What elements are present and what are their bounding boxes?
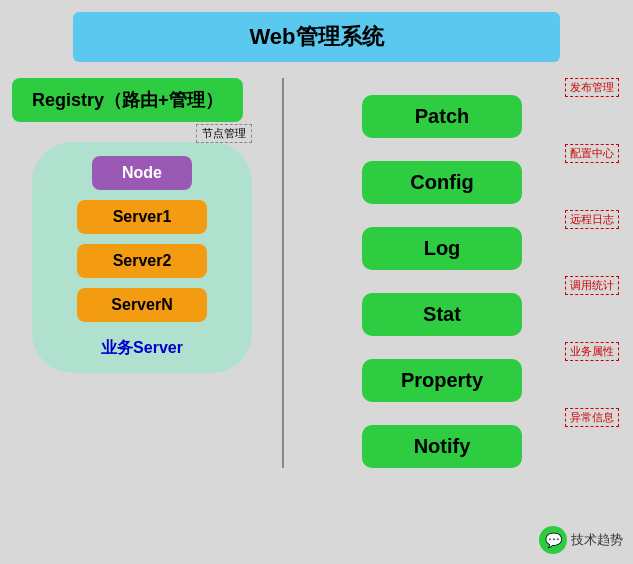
right-item-stat: 调用统计 Stat: [362, 276, 621, 336]
right-item-log: 远程日志 Log: [362, 210, 621, 270]
right-item-notify: 异常信息 Notify: [362, 408, 621, 468]
stat-label: Stat: [423, 303, 461, 325]
server2-box: Server2: [77, 244, 207, 278]
property-label: Property: [401, 369, 483, 391]
page-title: Web管理系统: [249, 24, 383, 49]
server2-label: Server2: [113, 252, 172, 269]
content-area: Registry（路由+管理） 应 用 节 点 节点管理: [12, 78, 621, 468]
right-box-config: Config: [362, 161, 522, 204]
right-item-property: 业务属性 Property: [362, 342, 621, 402]
patch-label: Patch: [415, 105, 469, 127]
notify-label: Notify: [414, 435, 471, 457]
right-box-notify: Notify: [362, 425, 522, 468]
right-box-log: Log: [362, 227, 522, 270]
node-label: Node: [122, 164, 162, 181]
servern-box: ServerN: [77, 288, 207, 322]
config-label: Config: [410, 171, 473, 193]
node-box: Node: [92, 156, 192, 190]
registry-label: Registry（路由+管理）: [32, 90, 223, 110]
left-panel: Registry（路由+管理） 应 用 节 点 节点管理: [12, 78, 332, 468]
title-bar: Web管理系统: [73, 12, 560, 62]
main-container: Web管理系统 Registry（路由+管理） 应 用 节 点: [0, 0, 633, 564]
right-panel: 发布管理 Patch 配置中心 Config 远程日志 Log 调用统计: [352, 78, 621, 468]
right-tag-notify: 异常信息: [565, 408, 619, 427]
registry-box: Registry（路由+管理）: [12, 78, 243, 122]
watermark-icon: 💬: [539, 526, 567, 554]
right-tag-stat: 调用统计: [565, 276, 619, 295]
node-area-wrapper: 应 用 节 点 节点管理 Node: [12, 142, 332, 373]
right-box-stat: Stat: [362, 293, 522, 336]
log-label: Log: [424, 237, 461, 259]
watermark-text: 技术趋势: [571, 531, 623, 549]
right-box-property: Property: [362, 359, 522, 402]
watermark: 💬 技术趋势: [539, 526, 623, 554]
right-box-patch: Patch: [362, 95, 522, 138]
biz-server-label: 业务Server: [101, 338, 183, 359]
right-tag-property: 业务属性: [565, 342, 619, 361]
right-item-config: 配置中心 Config: [362, 144, 621, 204]
server1-box: Server1: [77, 200, 207, 234]
right-tag-log: 远程日志: [565, 210, 619, 229]
server1-label: Server1: [113, 208, 172, 225]
servern-label: ServerN: [111, 296, 172, 313]
node-mgmt-tag: 节点管理: [196, 124, 252, 143]
right-tag-patch: 发布管理: [565, 78, 619, 97]
right-tag-config: 配置中心: [565, 144, 619, 163]
node-container: 节点管理 Node Server1 Server2: [32, 142, 252, 373]
right-item-patch: 发布管理 Patch: [362, 78, 621, 138]
